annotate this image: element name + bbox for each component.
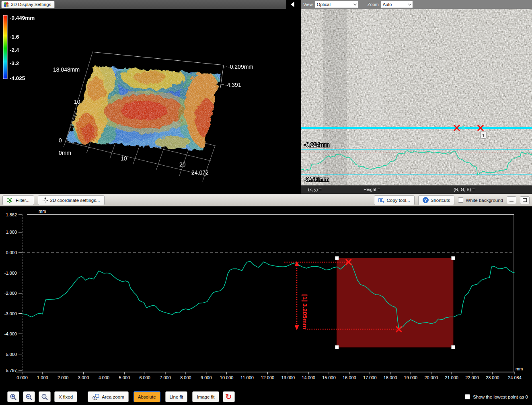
show-lowest-option: Show the lowest point as 0 <box>465 394 528 399</box>
svg-text:mm: mm <box>39 209 46 214</box>
zoom-select-value: Auto <box>383 2 392 7</box>
coordinate-settings-label: 2D coordinate settings... <box>50 198 100 203</box>
zoom-select[interactable]: Auto <box>381 1 413 8</box>
colorbar-top-label: -0.449mm <box>10 15 35 21</box>
x-fixed-button[interactable]: X fixed <box>54 391 77 402</box>
profile-chart[interactable]: 1.8621.0000.000-1.000-2.000-3.000-4.000-… <box>0 207 532 389</box>
x-fixed-label: X fixed <box>59 395 73 399</box>
refresh-button[interactable]: ↻ <box>223 391 235 402</box>
svg-text:2.000: 2.000 <box>58 375 69 380</box>
chevron-down-icon <box>353 2 356 5</box>
measure-point-dot <box>462 126 465 130</box>
svg-text:18.000: 18.000 <box>384 375 397 380</box>
svg-text:mm: mm <box>516 366 523 371</box>
3d-yaxis-mid-label: 10 <box>74 99 80 105</box>
profile-chart-panel[interactable]: 1.8621.0000.000-1.000-2.000-3.000-4.000-… <box>0 207 532 389</box>
optical-dark-band <box>323 9 347 185</box>
svg-text:0.000: 0.000 <box>6 250 17 255</box>
optical-titlebar: View Optical Zoom Auto <box>301 0 532 9</box>
filter-icon <box>7 197 14 203</box>
area-zoom-label: Area zoom <box>102 395 124 399</box>
chart-toolbar: X fixed Area zoom Absolute Line fit Imag… <box>0 389 532 405</box>
filter-button[interactable]: Filter... <box>2 195 34 205</box>
svg-text:17.000: 17.000 <box>363 375 377 380</box>
3d-xaxis-20-label: 20 <box>179 161 186 168</box>
white-background-label: White background <box>466 198 503 203</box>
svg-text:6.000: 6.000 <box>139 375 150 380</box>
optical-image-area[interactable]: 1 -0.224mm -3.711mm <box>301 9 532 185</box>
svg-text:20.000: 20.000 <box>424 375 438 380</box>
svg-text:16.000: 16.000 <box>343 375 356 380</box>
colorbar-label-1: -1.6 <box>10 34 19 40</box>
panel-3d-view: 3D Display Settings <box>0 0 298 194</box>
3d-display-settings-button[interactable]: 3D Display Settings <box>1 1 55 8</box>
zoom-in-icon <box>10 393 17 401</box>
svg-text:23.000: 23.000 <box>486 375 499 380</box>
collapse-left-icon <box>291 2 294 7</box>
zoom-label: Zoom <box>368 2 379 7</box>
maximize-icon <box>523 198 527 202</box>
absolute-button[interactable]: Absolute <box>134 391 160 402</box>
svg-text:-2.000: -2.000 <box>4 291 17 296</box>
zoom-out-button[interactable] <box>23 391 35 402</box>
collapse-panel-button[interactable] <box>286 0 298 9</box>
zoom-reset-button[interactable] <box>39 391 51 402</box>
panel-optical-view: View Optical Zoom Auto <box>301 0 532 194</box>
3d-zaxis-bottom-label: -4.391 <box>225 82 241 88</box>
zoom-in-button[interactable] <box>7 391 19 402</box>
3d-display-settings-label: 3D Display Settings <box>11 2 51 7</box>
svg-text:-5.000: -5.000 <box>4 352 17 357</box>
3d-surface-view[interactable]: -0.449mm -1.6 -2.4 -3.2 -4.025 18.048mm … <box>0 9 298 194</box>
minimize-button[interactable] <box>507 196 516 204</box>
svg-text:11.000: 11.000 <box>240 375 254 380</box>
svg-text:14.000: 14.000 <box>302 375 315 380</box>
svg-text:1.000: 1.000 <box>37 375 48 380</box>
copy-tool-label: Copy tool... <box>387 198 410 203</box>
band-lower-height-label: -3.711mm <box>304 176 329 183</box>
copy-tool-button[interactable]: Copy tool... <box>374 195 415 205</box>
band-upper-height-label: -0.224mm <box>304 142 329 148</box>
white-background-checkbox[interactable] <box>458 197 463 203</box>
svg-text:15.000: 15.000 <box>322 375 336 380</box>
status-height: Height = <box>364 187 380 192</box>
svg-text:19.000: 19.000 <box>404 375 418 380</box>
maximize-button[interactable] <box>520 196 530 204</box>
absolute-label: Absolute <box>138 395 156 399</box>
magnifier-icon <box>41 393 48 401</box>
3d-yaxis-end-label: 18.048mm <box>53 66 80 73</box>
coordinate-settings-button[interactable]: 2D coordinate settings... <box>38 195 105 205</box>
profile-toolbar: Filter... 2D coordinate settings... Copy… <box>0 194 532 207</box>
show-lowest-label: Show the lowest point as 0 <box>473 395 528 399</box>
svg-text:[1] 3.205mm: [1] 3.205mm <box>302 294 308 329</box>
3d-display-settings-icon <box>3 2 9 8</box>
3d-origin-label: 0 <box>59 137 62 144</box>
image-fit-button[interactable]: Image fit <box>192 391 219 402</box>
shortcuts-button[interactable]: ? Shortcuts <box>418 195 455 205</box>
line-fit-button[interactable]: Line fit <box>165 391 188 402</box>
optical-light-band <box>361 9 383 185</box>
show-lowest-checkbox[interactable] <box>465 394 470 399</box>
svg-text:8.000: 8.000 <box>180 375 191 380</box>
3d-zaxis-top-label: -0.209mm <box>228 64 253 70</box>
top-panels: 3D Display Settings <box>0 0 532 194</box>
coordinate-settings-icon <box>42 197 48 203</box>
filter-button-label: Filter... <box>16 198 30 203</box>
svg-text:7.000: 7.000 <box>160 375 171 380</box>
white-background-option: White background <box>458 197 503 203</box>
svg-text:9.000: 9.000 <box>201 375 212 380</box>
svg-text:-3.000: -3.000 <box>4 311 17 316</box>
line-fit-label: Line fit <box>170 395 183 399</box>
3d-xaxis-end-label: 24.072 <box>191 169 209 176</box>
view-select[interactable]: Optical <box>315 1 358 8</box>
svg-text:5.000: 5.000 <box>119 375 130 380</box>
minimize-icon <box>509 201 514 202</box>
status-xy: (x, y) = <box>308 187 322 192</box>
svg-text:-4.000: -4.000 <box>4 331 17 336</box>
colorbar-label-3: -3.2 <box>10 60 19 66</box>
svg-text:3.000: 3.000 <box>78 375 89 380</box>
svg-text:4.000: 4.000 <box>99 375 110 380</box>
svg-text:24.084: 24.084 <box>508 375 522 380</box>
area-zoom-button[interactable]: Area zoom <box>88 391 129 402</box>
optical-status-bar: (x, y) = Height = (R, G, B) = <box>301 185 532 194</box>
svg-text:0.000: 0.000 <box>16 375 28 380</box>
